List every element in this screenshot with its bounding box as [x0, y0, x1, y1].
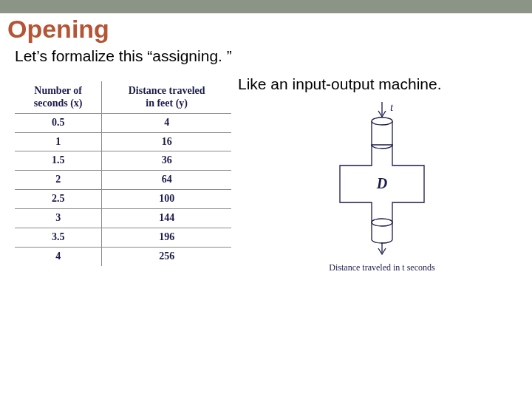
- cell-y: 4: [102, 113, 231, 132]
- cell-y: 256: [102, 247, 231, 265]
- cell-x: 3: [15, 209, 102, 228]
- col2-line2: in feet (y): [146, 98, 188, 109]
- cell-y: 100: [102, 190, 231, 209]
- cell-x: 2: [15, 171, 102, 190]
- table-row: 3.5196: [15, 228, 231, 248]
- table-row: 4256: [15, 247, 231, 265]
- cell-y: 144: [102, 209, 231, 228]
- table-row: 0.54: [15, 113, 231, 132]
- col2-line1: Distance traveled: [129, 85, 205, 96]
- svg-point-5: [372, 219, 392, 226]
- table-row: 116: [15, 132, 231, 151]
- cell-x: 1.5: [15, 151, 102, 171]
- cell-y: 196: [102, 228, 231, 248]
- cell-y: 36: [102, 151, 231, 171]
- subtitle: Let’s formalize this “assigning. ”: [0, 43, 532, 65]
- page-title: Opening: [0, 13, 532, 43]
- col1-line2: seconds (x): [34, 98, 83, 109]
- data-table: Number of seconds (x) Distance traveled …: [15, 81, 231, 266]
- header-bar: [0, 0, 532, 13]
- table-row: 1.536: [15, 151, 231, 171]
- diagram-caption: Distance traveled in t seconds: [301, 262, 463, 273]
- input-label: t: [390, 101, 394, 113]
- cell-x: 1: [15, 132, 102, 151]
- table-row: 2.5100: [15, 190, 231, 209]
- col-header-y: Distance traveled in feet (y): [102, 81, 231, 114]
- col-header-x: Number of seconds (x): [15, 81, 102, 114]
- box-label: D: [376, 175, 387, 191]
- cell-x: 4: [15, 247, 102, 265]
- table-row: 264: [15, 171, 231, 190]
- data-table-wrap: Number of seconds (x) Distance traveled …: [15, 81, 231, 266]
- cell-y: 16: [102, 132, 231, 151]
- cell-x: 2.5: [15, 190, 102, 209]
- right-heading: Like an input-output machine.: [238, 75, 526, 93]
- cell-x: 0.5: [15, 113, 102, 132]
- function-machine-diagram: t D Distance traveled in t seconds: [301, 100, 463, 273]
- right-column: Like an input-output machine.: [238, 75, 526, 273]
- machine-icon: t D: [319, 100, 445, 259]
- svg-point-1: [372, 117, 392, 125]
- table-row: 3144: [15, 209, 231, 228]
- col1-line1: Number of: [34, 85, 82, 96]
- cell-x: 3.5: [15, 228, 102, 248]
- cell-y: 64: [102, 171, 231, 190]
